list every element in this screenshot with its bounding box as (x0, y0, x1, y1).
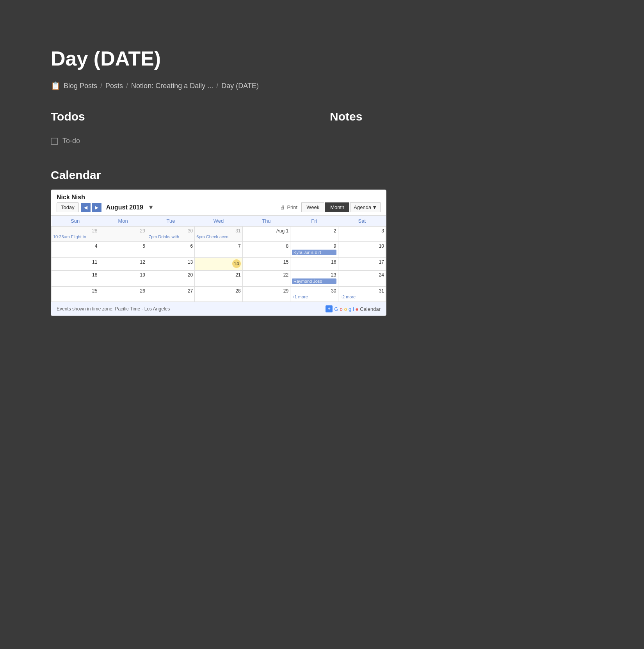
cal-day-number: 10 (340, 243, 384, 249)
table-row[interactable]: 15 (242, 258, 290, 271)
notes-divider (330, 129, 593, 129)
table-row[interactable]: 23Raymond Joso (290, 271, 338, 287)
cal-day-number: 24 (340, 272, 384, 278)
calendar-next-button[interactable]: ▶ (92, 203, 101, 212)
calendar-view-buttons: 🖨 Print Week Month Agenda ▼ (277, 202, 381, 212)
table-row[interactable]: 307pm Drinks with (147, 227, 194, 242)
table-row[interactable]: 19 (99, 271, 147, 287)
table-row[interactable]: 13 (147, 258, 194, 271)
table-row[interactable]: 16 (290, 258, 338, 271)
cal-header-tue: Tue (147, 216, 194, 227)
table-row[interactable]: 21 (195, 271, 242, 287)
cal-day-number: 9 (292, 243, 336, 249)
table-row[interactable]: 4 (52, 242, 99, 258)
breadcrumb-sep-2: / (126, 82, 128, 90)
list-item[interactable]: 10:23am Flight to (53, 234, 97, 239)
calendar-grid: Sun Mon Tue Wed Thu Fri Sat 2810:23am Fl… (51, 216, 386, 302)
calendar-month-dropdown[interactable]: ▼ (148, 204, 154, 211)
table-row[interactable]: 30+1 more (290, 287, 338, 302)
cal-day-number: 13 (149, 259, 193, 265)
table-row[interactable]: 11 (52, 258, 99, 271)
table-row[interactable]: 3 (338, 227, 386, 242)
calendar-today-button[interactable]: Today (57, 202, 79, 212)
cal-day-number: 29 (101, 228, 145, 234)
cal-day-number: 30 (149, 228, 193, 234)
calendar-owner: Nick Nish (57, 194, 85, 200)
table-row[interactable]: 9Kyra Jun's Birt (290, 242, 338, 258)
table-row[interactable]: 25 (52, 287, 99, 302)
printer-icon: 🖨 (280, 204, 285, 210)
cal-header-sun: Sun (52, 216, 99, 227)
list-item[interactable]: Raymond Joso (292, 278, 336, 284)
table-row[interactable]: 20 (147, 271, 194, 287)
table-row[interactable]: 24 (338, 271, 386, 287)
breadcrumb-item-1[interactable]: Blog Posts (64, 82, 97, 90)
calendar-embed: Nick Nish Today ◀ ▶ August 2019 ▼ 🖨 Prin… (51, 190, 386, 316)
google-calendar-badge[interactable]: + Google Calendar (326, 305, 381, 312)
google-calendar-label: Calendar (360, 306, 381, 312)
table-row[interactable]: 31+2 more (338, 287, 386, 302)
table-row[interactable]: 28 (195, 287, 242, 302)
cal-day-number: 28 (53, 228, 97, 234)
page-title: Day (DATE) (51, 47, 593, 70)
calendar-prev-button[interactable]: ◀ (81, 203, 91, 212)
todo-checkbox[interactable] (51, 138, 58, 145)
table-row[interactable]: 12 (99, 258, 147, 271)
table-row[interactable]: 7 (195, 242, 242, 258)
cal-day-number: 19 (101, 272, 145, 278)
notes-section: Notes (330, 110, 593, 145)
cal-day-number: 8 (244, 243, 288, 249)
calendar-nav: ◀ ▶ (81, 203, 101, 212)
cal-day-number: 7 (196, 243, 240, 249)
table-row[interactable]: 14 (195, 258, 242, 271)
notes-title: Notes (330, 110, 593, 123)
calendar-print-button[interactable]: 🖨 Print (277, 203, 301, 212)
breadcrumb-icon: 📋 (51, 81, 60, 90)
table-row[interactable]: 29 (242, 287, 290, 302)
calendar-week-button[interactable]: Week (301, 202, 324, 212)
table-row[interactable]: 29 (99, 227, 147, 242)
breadcrumb-item-4[interactable]: Day (DATE) (221, 82, 259, 90)
table-row[interactable]: 17 (338, 258, 386, 271)
cal-day-number: 3 (340, 228, 384, 234)
list-item[interactable]: +1 more (292, 294, 336, 299)
calendar-month-label: August 2019 (106, 204, 143, 211)
list-item[interactable]: +2 more (340, 294, 384, 299)
table-row[interactable]: Aug 1 (242, 227, 290, 242)
list-item[interactable]: 6pm Check acco (196, 234, 240, 239)
cal-header-wed: Wed (195, 216, 242, 227)
calendar-month-button[interactable]: Month (325, 202, 349, 212)
breadcrumb-item-3[interactable]: Notion: Creating a Daily ... (131, 82, 213, 90)
cal-day-number: 29 (244, 288, 288, 294)
cal-day-number: 22 (244, 272, 288, 278)
cal-day-number: 20 (149, 272, 193, 278)
table-row[interactable]: 2 (290, 227, 338, 242)
table-row[interactable]: 316pm Check acco (195, 227, 242, 242)
table-row[interactable]: 27 (147, 287, 194, 302)
table-row[interactable]: 8 (242, 242, 290, 258)
table-row[interactable]: 18 (52, 271, 99, 287)
list-item[interactable]: 7pm Drinks with (149, 234, 193, 239)
table-row[interactable]: 10 (338, 242, 386, 258)
table-row[interactable]: 22 (242, 271, 290, 287)
breadcrumb-item-2[interactable]: Posts (105, 82, 123, 90)
cal-day-number: 14 (196, 259, 240, 268)
cal-day-number: 31 (196, 228, 240, 234)
cal-day-number: 23 (292, 272, 336, 278)
breadcrumb-sep-1: / (100, 82, 102, 90)
google-g: G (334, 306, 338, 312)
google-e: e (356, 306, 358, 312)
breadcrumb-sep-3: / (216, 82, 218, 90)
table-row[interactable]: 5 (99, 242, 147, 258)
cal-day-number: 26 (101, 288, 145, 294)
list-item[interactable]: Kyra Jun's Birt (292, 250, 336, 255)
cal-day-number: 28 (196, 288, 240, 294)
google-o2: o (344, 306, 347, 312)
table-row[interactable]: 2810:23am Flight to (52, 227, 99, 242)
table-row[interactable]: 6 (147, 242, 194, 258)
cal-day-number: 12 (101, 259, 145, 265)
cal-day-number: 15 (244, 259, 288, 265)
calendar-agenda-button[interactable]: Agenda ▼ (350, 202, 381, 212)
cal-day-number: Aug 1 (244, 228, 288, 234)
table-row[interactable]: 26 (99, 287, 147, 302)
